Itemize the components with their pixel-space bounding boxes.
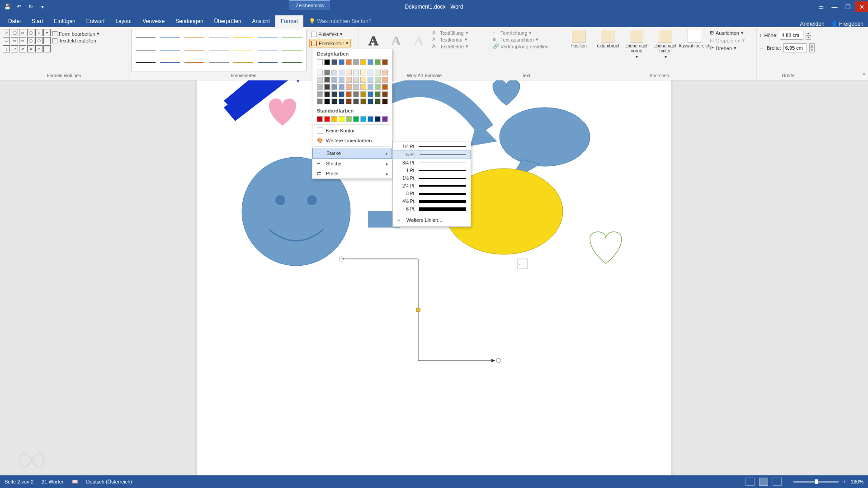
color-swatch[interactable] (375, 59, 381, 65)
document-canvas[interactable]: ⌐ (0, 80, 868, 475)
group-button[interactable]: ⊡Gruppieren ▾ (710, 38, 745, 43)
color-swatch[interactable] (346, 70, 352, 75)
color-swatch[interactable] (331, 116, 337, 122)
color-swatch[interactable] (382, 70, 388, 75)
color-swatch[interactable] (360, 91, 366, 97)
weight-05pt[interactable]: ½ Pt. (393, 150, 471, 159)
color-swatch[interactable] (339, 91, 344, 97)
color-swatch[interactable] (353, 84, 359, 90)
color-swatch[interactable] (382, 84, 388, 90)
color-swatch[interactable] (324, 84, 330, 90)
color-swatch[interactable] (346, 84, 352, 90)
weight-1pt[interactable]: 1 Pt. (393, 167, 471, 174)
align-text-button[interactable]: ≡Text ausrichten ▾ (493, 37, 548, 42)
zoom-out-icon[interactable]: − (786, 479, 789, 484)
color-swatch[interactable] (324, 99, 330, 104)
color-swatch[interactable] (353, 91, 359, 97)
color-swatch[interactable] (353, 59, 359, 65)
weight-15pt[interactable]: 1½ Pt. (393, 174, 471, 182)
text-outline-button[interactable]: ATextkontur ▾ (432, 37, 468, 42)
color-swatch[interactable] (331, 91, 337, 97)
position-button[interactable]: Position (565, 29, 592, 59)
color-swatch[interactable] (339, 84, 344, 90)
color-swatch[interactable] (375, 84, 381, 90)
height-input[interactable] (780, 31, 803, 40)
send-backward-button[interactable]: Ebene nach hinten ▾ (652, 29, 679, 59)
color-swatch[interactable] (375, 116, 381, 122)
signin-link[interactable]: Anmelden (800, 21, 825, 27)
read-mode-icon[interactable] (745, 478, 755, 486)
color-swatch[interactable] (339, 99, 344, 104)
color-swatch[interactable] (317, 59, 323, 65)
spellcheck-icon[interactable]: 📖 (72, 479, 78, 485)
color-swatch[interactable] (339, 116, 344, 122)
color-swatch[interactable] (360, 116, 366, 122)
color-swatch[interactable] (382, 116, 388, 122)
color-swatch[interactable] (317, 91, 323, 97)
wrap-text-button[interactable]: Textumbruch (594, 29, 621, 59)
color-swatch[interactable] (375, 77, 381, 83)
weight-3pt[interactable]: 3 Pt. (393, 190, 471, 197)
selected-connector[interactable] (339, 257, 501, 363)
edit-shape-button[interactable]: Form bearbeiten ▾ (52, 31, 99, 37)
weight-025pt[interactable]: 1/4 Pt. (393, 143, 471, 150)
color-swatch[interactable] (382, 59, 388, 65)
tab-layout[interactable]: Layout (110, 15, 137, 27)
color-swatch[interactable] (317, 116, 323, 122)
text-effects-button[interactable]: ATexteffekte ▾ (432, 43, 468, 49)
color-swatch[interactable] (360, 84, 366, 90)
undo-icon[interactable]: ↶ (15, 3, 23, 10)
color-swatch[interactable] (346, 77, 352, 83)
tab-design[interactable]: Entwurf (81, 15, 110, 27)
collapse-ribbon-icon[interactable]: ^ (863, 72, 865, 78)
color-swatch[interactable] (353, 99, 359, 104)
zoom-level[interactable]: 130% (851, 479, 863, 484)
color-swatch[interactable] (375, 91, 381, 97)
tab-review[interactable]: Überprüfen (209, 15, 247, 27)
color-swatch[interactable] (324, 70, 330, 75)
color-swatch[interactable] (382, 91, 388, 97)
color-swatch[interactable] (368, 59, 373, 65)
create-link-button[interactable]: 🔗Verknüpfung erstellen (493, 43, 548, 49)
close-icon[interactable]: ✕ (855, 1, 868, 12)
color-swatch[interactable] (360, 99, 366, 104)
tab-file[interactable]: Datei (3, 15, 26, 27)
color-swatch[interactable] (382, 77, 388, 83)
weight-submenu-item[interactable]: ≡Stärke▸ (312, 148, 392, 159)
color-swatch[interactable] (346, 59, 352, 65)
shape-outline-button[interactable]: Formkontur ▾ (309, 39, 351, 47)
bring-forward-button[interactable]: Ebene nach vorne ▾ (623, 29, 650, 59)
tab-format[interactable]: Format (275, 15, 303, 27)
color-swatch[interactable] (368, 91, 373, 97)
shape-fill-button[interactable]: Fülleffekt ▾ (309, 30, 351, 38)
selection-pane-button[interactable]: Auswahlbereich (681, 29, 708, 59)
ribbon-display-options-icon[interactable]: ▭ (815, 1, 827, 12)
color-swatch[interactable] (353, 116, 359, 122)
tab-view[interactable]: Ansicht (247, 15, 275, 27)
color-swatch[interactable] (375, 70, 381, 75)
more-lines-item[interactable]: ≡Weitere Linien... (393, 215, 471, 225)
color-swatch[interactable] (324, 91, 330, 97)
weight-225pt[interactable]: 2¼ Pt. (393, 182, 471, 190)
color-swatch[interactable] (368, 84, 373, 90)
color-swatch[interactable] (324, 59, 330, 65)
print-layout-icon[interactable] (759, 478, 768, 486)
tab-tellme[interactable]: 💡 Was möchten Sie tun? (303, 15, 377, 27)
color-swatch[interactable] (331, 70, 337, 75)
color-swatch[interactable] (317, 99, 323, 104)
color-swatch[interactable] (368, 99, 373, 104)
tab-mailings[interactable]: Sendungen (170, 15, 208, 27)
color-swatch[interactable] (317, 70, 323, 75)
color-swatch[interactable] (331, 77, 337, 83)
weight-45pt[interactable]: 4½ Pt. (393, 197, 471, 205)
color-swatch[interactable] (368, 77, 373, 83)
line-style-gallery[interactable] (131, 29, 307, 71)
color-swatch[interactable] (360, 70, 366, 75)
language-indicator[interactable]: Deutsch (Österreich) (86, 479, 132, 484)
arrows-submenu-item[interactable]: ⇄Pfeile▸ (312, 169, 392, 178)
width-input[interactable] (783, 43, 807, 52)
more-outline-colors-item[interactable]: 🎨Weitere Linienfarben... (312, 136, 392, 145)
color-swatch[interactable] (353, 77, 359, 83)
color-swatch[interactable] (382, 99, 388, 104)
color-swatch[interactable] (331, 84, 337, 90)
